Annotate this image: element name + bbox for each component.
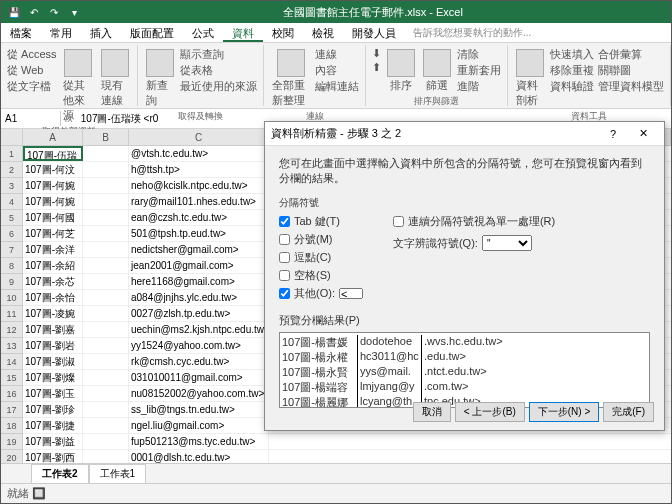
sheet-tab-1[interactable]: 工作表1 <box>89 464 147 483</box>
tab-view[interactable]: 檢視 <box>303 23 343 42</box>
row-header[interactable]: 16 <box>1 386 22 402</box>
cell[interactable] <box>83 146 129 161</box>
tab-insert[interactable]: 插入 <box>81 23 121 42</box>
tab-developer[interactable]: 開發人員 <box>343 23 405 42</box>
row-header[interactable]: 13 <box>1 338 22 354</box>
tab-layout[interactable]: 版面配置 <box>121 23 183 42</box>
delim-comma[interactable]: 逗點(C) <box>279 250 363 265</box>
cell[interactable]: 0027@zlsh.tp.edu.tw> <box>129 306 269 321</box>
cell[interactable] <box>83 354 129 369</box>
from-table[interactable]: 從表格 <box>180 63 257 78</box>
row-header[interactable]: 14 <box>1 354 22 370</box>
cell[interactable]: 107圖-何汶 <box>23 162 83 177</box>
tab-formulas[interactable]: 公式 <box>183 23 223 42</box>
sort-desc[interactable]: ⬆ <box>372 61 381 74</box>
cell[interactable]: 107圖-何婉 <box>23 194 83 209</box>
cell[interactable] <box>83 242 129 257</box>
row-header[interactable]: 2 <box>1 162 22 178</box>
flash-fill[interactable]: 快速填入 <box>550 47 594 62</box>
row-header[interactable]: 17 <box>1 402 22 418</box>
delim-tab[interactable]: Tab 鍵(T) <box>279 214 363 229</box>
tab-review[interactable]: 校閱 <box>263 23 303 42</box>
delim-space[interactable]: 空格(S) <box>279 268 363 283</box>
cell[interactable]: 107圖-余紹 <box>23 258 83 273</box>
cell[interactable]: rk@cmsh.cyc.edu.tw> <box>129 354 269 369</box>
cell[interactable]: @vtsh.tc.edu.tw> <box>129 146 269 161</box>
cell[interactable]: ngel.liu@gmail.com> <box>129 418 269 433</box>
cell[interactable] <box>83 402 129 417</box>
row-header[interactable]: 10 <box>1 290 22 306</box>
filter[interactable]: 篩選 <box>421 47 453 95</box>
row-header[interactable]: 6 <box>1 226 22 242</box>
cell[interactable]: 031010011@gmail.com> <box>129 370 269 385</box>
help-button[interactable]: ? <box>598 128 628 140</box>
row-header[interactable]: 7 <box>1 242 22 258</box>
tab-home[interactable]: 常用 <box>41 23 81 42</box>
remove-duplicates[interactable]: 移除重複 <box>550 63 594 78</box>
back-button[interactable]: < 上一步(B) <box>455 402 525 422</box>
cell[interactable]: 107圖-余洋 <box>23 242 83 257</box>
row-header[interactable]: 3 <box>1 178 22 194</box>
cell[interactable] <box>83 338 129 353</box>
formula-content[interactable]: 107圖-伍瑞瑛 <r0 <box>77 110 163 128</box>
cell[interactable]: nedictsher@gmail.com> <box>129 242 269 257</box>
cell[interactable]: 107圖-劉捷 <box>23 418 83 433</box>
cell[interactable] <box>83 386 129 401</box>
finish-button[interactable]: 完成(F) <box>603 402 654 422</box>
sort-asc[interactable]: ⬇ <box>372 47 381 60</box>
cell[interactable]: yy1524@yahoo.com.tw> <box>129 338 269 353</box>
row-header[interactable]: 12 <box>1 322 22 338</box>
tab-data[interactable]: 資料 <box>223 23 263 42</box>
cell[interactable]: rary@mail101.nhes.edu.tw> <box>129 194 269 209</box>
col-header-a[interactable]: A <box>23 129 83 145</box>
cell[interactable]: uechin@ms2.kjsh.ntpc.edu.tw> <box>129 322 269 337</box>
sheet-tab-2[interactable]: 工作表2 <box>31 464 89 483</box>
cell[interactable]: 107圖-余芯 <box>23 274 83 289</box>
undo-icon[interactable]: ↶ <box>27 5 41 19</box>
clear[interactable]: 清除 <box>457 47 501 62</box>
from-access[interactable]: 從 Access <box>7 47 57 62</box>
cell[interactable]: 107圖-劉岩 <box>23 338 83 353</box>
fx-icon[interactable]: fx <box>61 111 77 126</box>
cell[interactable]: 107圖-何芝 <box>23 226 83 241</box>
recent-sources[interactable]: 最近使用的來源 <box>180 79 257 94</box>
cell[interactable]: 501@tpsh.tp.eud.tw> <box>129 226 269 241</box>
cell[interactable]: 107圖-伍瑞 <box>23 146 83 161</box>
show-queries[interactable]: 顯示查詢 <box>180 47 257 62</box>
next-button[interactable]: 下一步(N) > <box>529 402 600 422</box>
row-header[interactable]: 11 <box>1 306 22 322</box>
cell[interactable]: 107圖-余怡 <box>23 290 83 305</box>
cell[interactable]: 107圖-劉珍 <box>23 402 83 417</box>
cancel-button[interactable]: 取消 <box>413 402 451 422</box>
edit-links[interactable]: 編輯連結 <box>315 79 359 94</box>
tell-me[interactable]: 告訴我您想要執行的動作... <box>405 23 539 42</box>
redo-icon[interactable]: ↷ <box>47 5 61 19</box>
select-all-corner[interactable] <box>1 129 23 146</box>
cell[interactable]: fup501213@ms.tyc.edu.tw> <box>129 434 269 449</box>
cell[interactable]: 107圖-劉淑 <box>23 354 83 369</box>
row-header[interactable]: 5 <box>1 210 22 226</box>
relationships[interactable]: 關聯圖 <box>598 63 664 78</box>
qat-more-icon[interactable]: ▾ <box>67 5 81 19</box>
name-box[interactable]: A1 <box>1 111 61 126</box>
cell[interactable] <box>83 306 129 321</box>
advanced[interactable]: 進階 <box>457 79 501 94</box>
cell[interactable]: 107圖-凌婉 <box>23 306 83 321</box>
from-web[interactable]: 從 Web <box>7 63 57 78</box>
cell[interactable]: a084@jnjhs.ylc.edu.tw> <box>129 290 269 305</box>
cell[interactable]: neho@kcislk.ntpc.edu.tw> <box>129 178 269 193</box>
delim-other-input[interactable] <box>339 288 363 299</box>
manage-data-model[interactable]: 管理資料模型 <box>598 79 664 94</box>
delim-semicolon[interactable]: 分號(M) <box>279 232 363 247</box>
cell[interactable]: 107圖-劉玉 <box>23 386 83 401</box>
new-query[interactable]: 新查詢 <box>144 47 176 110</box>
row-header[interactable]: 4 <box>1 194 22 210</box>
cell[interactable]: 107圖-劉益 <box>23 434 83 449</box>
save-icon[interactable]: 💾 <box>7 5 21 19</box>
cell[interactable]: 107圖-劉燦 <box>23 370 83 385</box>
cell[interactable] <box>83 226 129 241</box>
cell[interactable] <box>83 434 129 449</box>
tab-file[interactable]: 檔案 <box>1 23 41 42</box>
cell[interactable]: ss_lib@tngs.tn.edu.tw> <box>129 402 269 417</box>
cell[interactable]: 107圖-何國 <box>23 210 83 225</box>
